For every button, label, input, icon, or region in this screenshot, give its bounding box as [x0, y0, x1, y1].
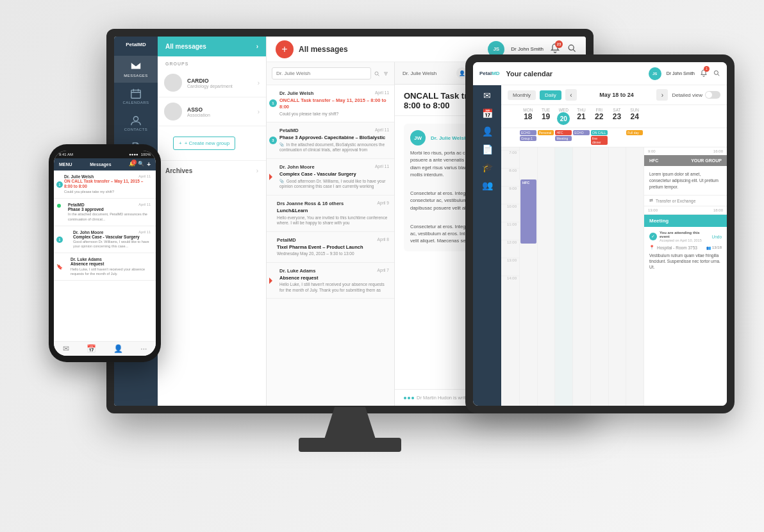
phone-msg-0[interactable]: 1 Dr. Julie Welsh April 11 ON CALL Task …	[54, 170, 156, 199]
new-group-label: + Create new group	[185, 140, 230, 146]
group-cardio[interactable]: CARDIO Cardiology department ›	[158, 69, 266, 97]
group-asso[interactable]: ASSO Association ›	[158, 97, 266, 126]
fri-dinner-event[interactable]: fine dinner	[591, 136, 608, 145]
phone-subject-0: ON CALL Task transfer – May 11, 2015 – 8…	[64, 179, 151, 190]
cal-next-btn[interactable]: ›	[656, 89, 668, 101]
sidebar-nav: All messages › GROUPS CARDIO Cardiology …	[158, 37, 267, 406]
search-bar	[267, 62, 394, 85]
wed-events: HFC Meeting	[554, 129, 572, 145]
phone-badge-2: 1	[56, 237, 63, 243]
fri-oncall-event[interactable]: ON CALL	[591, 130, 608, 135]
mon-group1-event[interactable]: Group 1	[520, 136, 536, 141]
phone-search-btn[interactable]: 🔍	[138, 161, 144, 168]
tablet: PetalMD Your calendar JS Dr John Smith 1	[465, 54, 735, 413]
phone-msg-2[interactable]: 1 Dr. John Moore April 11 Complex Case -…	[54, 226, 156, 254]
tablet-bell-btn[interactable]: 1	[700, 68, 708, 79]
phone-screen: 9:41 AM ●●●● 100% MENU Messages 🔔 1	[54, 151, 156, 356]
chevron-right-icon: ›	[256, 43, 258, 50]
bubble-sender: Dr. Julie Welsh	[431, 135, 467, 141]
phone-subject-3: Absence request	[71, 262, 151, 267]
wed-hfc-event[interactable]: HFC	[555, 130, 572, 135]
page-title: All messages	[299, 45, 488, 54]
msg-badge-0: 1	[269, 99, 277, 107]
message-item-1[interactable]: 3 PetalMD April 11 Phase 3 Approved- Cap…	[267, 122, 394, 159]
typing-text: Dr Martin Hudon is writing	[417, 395, 472, 401]
detail-view-toggle: Detailed view	[672, 91, 720, 99]
archives-item[interactable]: Archives ›	[158, 160, 266, 181]
phone-battery: 100%	[141, 153, 151, 156]
phone-signal: ●●●●	[129, 153, 138, 156]
cal-col-wed	[554, 147, 572, 406]
msg-flag-2	[269, 174, 272, 180]
attendees-count: 👥 13/18	[706, 245, 722, 250]
location-pin-icon: 📍	[649, 245, 654, 250]
cal-prev-btn[interactable]: ‹	[565, 89, 577, 101]
calendar-week-body: 7:00 8:00 9:00 10:00 11:00 12:00 13:00 1…	[501, 147, 727, 406]
message-item-4[interactable]: PetalMD April 8 Tixel Pharma Event – Pro…	[267, 232, 394, 263]
tablet-sidebar-docs[interactable]: 📄	[482, 144, 493, 154]
phone-nav-contacts[interactable]: 👤	[113, 344, 123, 353]
phone-nav-messages[interactable]: ✉	[63, 344, 69, 353]
phone-compose-btn[interactable]: +	[147, 161, 151, 168]
tablet-sidebar: ✉ 📅 👤 📄 🎓 👥	[473, 85, 501, 406]
search-input[interactable]	[272, 67, 371, 79]
sidebar-item-calendars[interactable]: CALENDARS	[114, 83, 158, 110]
wed-meeting-event[interactable]: Meeting	[555, 136, 572, 141]
tablet-nav-right: JS Dr John Smith 1	[649, 67, 720, 80]
tablet-sidebar-contacts[interactable]: 👤	[482, 126, 493, 137]
msg-subject-1: Phase 3 Approved- Capecitabine – BioSaly…	[279, 135, 389, 141]
attending-text: You are attending this event	[660, 231, 709, 238]
scene: PetalMD MESSAGES CALENDARS CONTACTS	[29, 16, 735, 516]
attachment-icon-2: 📎	[279, 179, 284, 183]
compose-button[interactable]: +	[276, 40, 294, 58]
phone-date-1: April 11	[138, 203, 151, 207]
msg-subject-3: Lunch&Learn	[277, 208, 389, 214]
phone-nav-more[interactable]: ···	[140, 344, 147, 353]
asso-sub: Association	[187, 113, 258, 117]
message-item-3[interactable]: Drs Joanne Ross & 16 others April 9 Lunc…	[267, 195, 394, 232]
mon-echo-event[interactable]: ECHO	[520, 130, 536, 135]
tablet-sidebar-groups[interactable]: 👥	[482, 180, 493, 190]
tablet-sidebar-edu[interactable]: 🎓	[482, 162, 493, 172]
cal-period: May 18 to 24	[581, 92, 653, 98]
phone-preview-1: In the attached document, PetalMD announ…	[68, 212, 151, 221]
phone-date-2: April 11	[138, 230, 151, 235]
phone-bell-btn[interactable]: 🔔 1	[129, 161, 135, 168]
msg-date-3: April 9	[378, 201, 389, 206]
phone-nav-bar: MENU Messages 🔔 1 🔍 +	[54, 158, 156, 170]
thu-echo-event[interactable]: ECHO	[573, 130, 590, 135]
phone-menu-label[interactable]: MENU	[59, 162, 72, 167]
phone-preview-3: Hello Luke, I still haven't received you…	[71, 267, 151, 276]
msg-preview-4: Wednesday May 20, 2015 – 9:30 to 13:00	[277, 251, 389, 256]
search-button[interactable]	[567, 43, 577, 56]
phone-nav-calendar[interactable]: 📅	[87, 344, 96, 353]
undo-btn[interactable]: Undo	[711, 235, 722, 239]
tab-daily[interactable]: Daily	[540, 90, 561, 100]
message-item-2[interactable]: Dr. John Moore April 11 Complex Case - V…	[267, 159, 394, 195]
sidebar-nav-header[interactable]: All messages ›	[158, 37, 266, 56]
tablet-sidebar-messages[interactable]: ✉	[483, 90, 491, 101]
create-new-group-button[interactable]: + + Create new group	[173, 137, 235, 150]
day-col-tue: TUE 19	[537, 105, 555, 128]
rp-transfer[interactable]: ⇄ Transfer or Exchange	[644, 195, 727, 206]
mon-hfc-block[interactable]: HFC	[520, 179, 536, 244]
tue-personal-event[interactable]: Personal	[538, 130, 554, 135]
toggle-switch[interactable]	[705, 91, 720, 99]
bell-button[interactable]: 23	[550, 43, 560, 56]
archives-label: Archives	[165, 167, 256, 174]
sidebar-item-contacts[interactable]: CONTACTS	[114, 110, 158, 137]
phone-msg-1[interactable]: PetalMD April 11 Phase 3 approved In the…	[54, 199, 156, 226]
tablet-search-btn[interactable]	[713, 68, 720, 79]
calendars-label: CALENDARS	[122, 101, 149, 104]
message-item-0[interactable]: 1 Dr. Julie Welsh April 11 ONCALL Task t…	[267, 85, 394, 122]
tablet-sidebar-calendar[interactable]: 📅	[482, 108, 493, 119]
phone-msg-3[interactable]: 🔖 Dr. Luke Adams Absence request Hello L…	[54, 253, 156, 281]
svg-point-4	[569, 45, 574, 50]
sun-fullday-event[interactable]: Full day	[626, 130, 643, 135]
phone: 9:41 AM ●●●● 100% MENU Messages 🔔 1	[49, 144, 161, 362]
phone-sender-3: Dr. Luke Adams	[71, 257, 102, 262]
message-item-5[interactable]: Dr. Luke Adams April 7 Absence request H…	[267, 263, 394, 299]
tab-monthly[interactable]: Monthly	[508, 90, 536, 100]
tablet-frame: PetalMD Your calendar JS Dr John Smith 1	[465, 54, 735, 413]
sidebar-item-messages[interactable]: MESSAGES	[114, 56, 158, 83]
